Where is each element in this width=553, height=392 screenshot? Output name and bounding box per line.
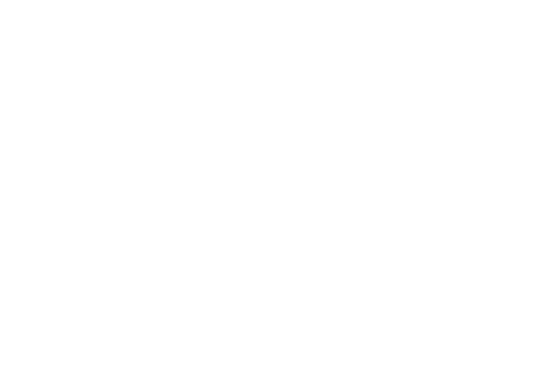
event-sheet	[0, 0, 553, 392]
